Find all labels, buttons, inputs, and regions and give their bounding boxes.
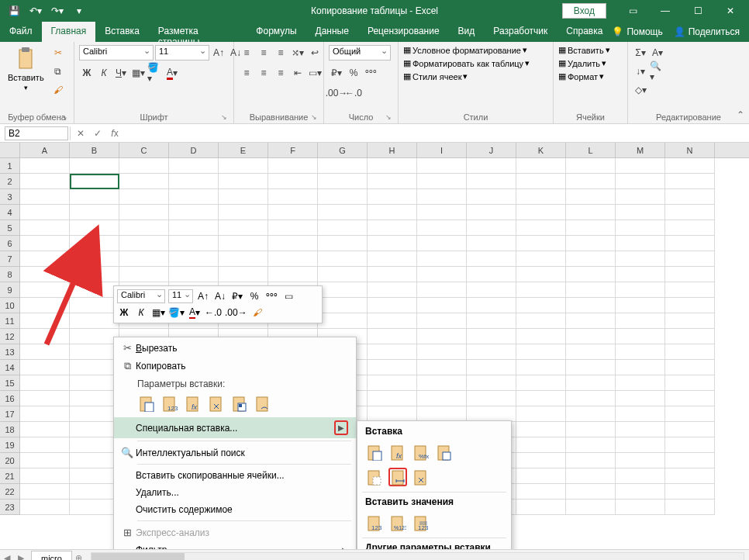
cell-M4[interactable] bbox=[616, 205, 665, 220]
cell-A18[interactable] bbox=[20, 422, 70, 437]
cell-I9[interactable] bbox=[417, 282, 467, 298]
cell-E7[interactable] bbox=[219, 251, 268, 267]
col-header-B[interactable]: B bbox=[70, 143, 119, 157]
increase-decimal-icon[interactable]: .00→ bbox=[329, 85, 344, 101]
cell-B2[interactable] bbox=[70, 174, 119, 189]
borders-button[interactable]: ▦▾ bbox=[130, 65, 146, 81]
sub-paste-column-widths-icon[interactable] bbox=[388, 468, 407, 486]
sub-paste-all-icon[interactable] bbox=[365, 443, 384, 461]
save-icon[interactable]: 💾 bbox=[5, 2, 23, 20]
cell-K7[interactable] bbox=[516, 251, 566, 267]
cell-G2[interactable] bbox=[318, 174, 368, 189]
cell-I17[interactable] bbox=[417, 406, 467, 422]
cell-K3[interactable] bbox=[516, 189, 566, 205]
mini-font-color-icon[interactable]: A▾ bbox=[188, 306, 202, 320]
cell-A22[interactable] bbox=[20, 484, 70, 500]
row-header-10[interactable]: 10 bbox=[0, 298, 19, 313]
cell-L19[interactable] bbox=[566, 437, 616, 453]
cell-E8[interactable] bbox=[219, 267, 268, 282]
cell-K9[interactable] bbox=[516, 282, 566, 298]
ctx-filter[interactable]: Фильтр▶ bbox=[114, 541, 356, 549]
col-header-D[interactable]: D bbox=[169, 143, 219, 157]
cell-B12[interactable] bbox=[70, 329, 119, 344]
cell-C5[interactable] bbox=[119, 220, 169, 236]
cell-A19[interactable] bbox=[20, 437, 70, 453]
sheet-nav-prev[interactable]: ◀ bbox=[0, 553, 14, 560]
cell-L6[interactable] bbox=[566, 236, 616, 251]
col-header-J[interactable]: J bbox=[467, 143, 516, 157]
cell-H10[interactable] bbox=[368, 298, 417, 313]
align-center-icon[interactable]: ≡ bbox=[256, 65, 271, 81]
row-header-11[interactable]: 11 bbox=[0, 313, 19, 329]
cell-H8[interactable] bbox=[368, 267, 417, 282]
cell-N5[interactable] bbox=[665, 220, 715, 236]
sub-paste-no-borders-icon[interactable] bbox=[365, 468, 384, 486]
row-header-14[interactable]: 14 bbox=[0, 360, 19, 375]
cell-K18[interactable] bbox=[516, 422, 566, 437]
row-header-8[interactable]: 8 bbox=[0, 267, 19, 282]
cell-M21[interactable] bbox=[616, 468, 665, 484]
cell-B11[interactable] bbox=[70, 313, 119, 329]
cell-F5[interactable] bbox=[268, 220, 318, 236]
mini-comma-icon[interactable]: ᵒᵒᵒ bbox=[264, 289, 278, 303]
col-header-C[interactable]: C bbox=[119, 143, 169, 157]
cell-K21[interactable] bbox=[516, 468, 566, 484]
cell-A15[interactable] bbox=[20, 375, 70, 391]
cell-I10[interactable] bbox=[417, 298, 467, 313]
cell-H11[interactable] bbox=[368, 313, 417, 329]
row-header-7[interactable]: 7 bbox=[0, 251, 19, 267]
cell-D1[interactable] bbox=[169, 158, 219, 174]
cell-D8[interactable] bbox=[169, 267, 219, 282]
maximize-button[interactable]: ☐ bbox=[682, 0, 713, 22]
cell-H4[interactable] bbox=[368, 205, 417, 220]
cell-A11[interactable] bbox=[20, 313, 70, 329]
cell-H16[interactable] bbox=[368, 391, 417, 406]
ctx-cut[interactable]: ✂Вырезать bbox=[114, 339, 356, 357]
cell-N11[interactable] bbox=[665, 313, 715, 329]
share-button[interactable]: 👤 Поделиться bbox=[674, 26, 740, 37]
paste-link-icon[interactable] bbox=[254, 394, 272, 413]
redo-button[interactable]: ↷▾ bbox=[48, 2, 67, 20]
cell-B4[interactable] bbox=[70, 205, 119, 220]
tab-file[interactable]: Файл bbox=[0, 22, 42, 42]
cell-A1[interactable] bbox=[20, 158, 70, 174]
col-header-G[interactable]: G bbox=[318, 143, 368, 157]
cell-B5[interactable] bbox=[70, 220, 119, 236]
mini-borders-icon[interactable]: ▦▾ bbox=[151, 306, 165, 320]
cell-M9[interactable] bbox=[616, 282, 665, 298]
cut-icon[interactable]: ✂ bbox=[50, 45, 66, 60]
cell-E6[interactable] bbox=[219, 236, 268, 251]
font-name-select[interactable]: Calibri bbox=[79, 45, 154, 60]
cell-M8[interactable] bbox=[616, 267, 665, 282]
cell-J17[interactable] bbox=[467, 406, 516, 422]
select-all-corner[interactable] bbox=[0, 143, 20, 158]
cell-H2[interactable] bbox=[368, 174, 417, 189]
cell-B18[interactable] bbox=[70, 422, 119, 437]
font-dialog-launcher[interactable]: ↘ bbox=[221, 113, 227, 121]
cell-M3[interactable] bbox=[616, 189, 665, 205]
sheet-tab-1[interactable]: micro bbox=[31, 551, 72, 560]
cell-A21[interactable] bbox=[20, 468, 70, 484]
cell-E5[interactable] bbox=[219, 220, 268, 236]
align-middle-icon[interactable]: ≡ bbox=[256, 45, 271, 60]
align-bottom-icon[interactable]: ≡ bbox=[273, 45, 288, 60]
ctx-insert-copied[interactable]: Вставить скопированные ячейки... bbox=[114, 467, 356, 484]
cell-I8[interactable] bbox=[417, 267, 467, 282]
cell-M14[interactable] bbox=[616, 360, 665, 375]
cell-L13[interactable] bbox=[566, 344, 616, 360]
cell-B20[interactable] bbox=[70, 453, 119, 468]
paste-transpose-icon[interactable] bbox=[207, 394, 226, 413]
cell-A7[interactable] bbox=[20, 251, 70, 267]
row-header-3[interactable]: 3 bbox=[0, 189, 19, 205]
cell-N23[interactable] bbox=[665, 500, 715, 515]
cell-L23[interactable] bbox=[566, 500, 616, 515]
format-cells-button[interactable]: ▦ Формат ▾ bbox=[558, 71, 604, 81]
increase-font-icon[interactable]: A↑ bbox=[211, 45, 226, 60]
cell-A12[interactable] bbox=[20, 329, 70, 344]
cell-M16[interactable] bbox=[616, 391, 665, 406]
cell-A5[interactable] bbox=[20, 220, 70, 236]
cell-B6[interactable] bbox=[70, 236, 119, 251]
cell-J10[interactable] bbox=[467, 298, 516, 313]
cell-N12[interactable] bbox=[665, 329, 715, 344]
comma-format-icon[interactable]: ᵒᵒᵒ bbox=[363, 65, 378, 81]
